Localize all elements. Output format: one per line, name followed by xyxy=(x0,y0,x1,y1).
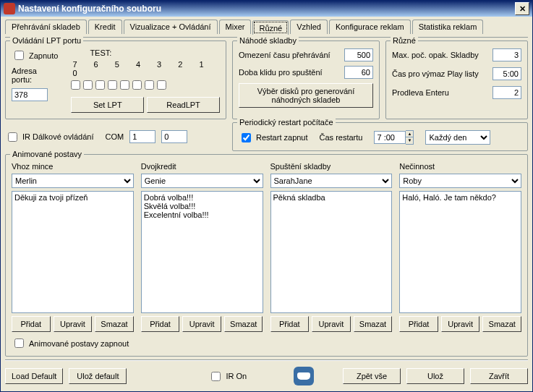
anim-col0-title: Vhoz mince xyxy=(12,162,134,171)
misc-enter-input[interactable] xyxy=(493,86,521,99)
lpt-enabled-checkbox[interactable] xyxy=(14,51,24,60)
tab-playback[interactable]: Přehrávání skladeb xyxy=(5,20,87,34)
anim-col0-add[interactable]: Přidat xyxy=(12,316,51,332)
tab-adstat[interactable]: Statistika reklam xyxy=(412,20,484,34)
lpt-bit-3[interactable] xyxy=(120,80,129,90)
anim-col2-add[interactable]: Přidat xyxy=(270,316,310,332)
lpt-bits-checkboxes xyxy=(71,80,220,90)
lpt-bit-7[interactable] xyxy=(71,80,80,90)
set-lpt-button[interactable]: Set LPT xyxy=(71,97,144,113)
anim-enable[interactable]: Animované postavy zapnout xyxy=(12,336,521,350)
anim-col1-del[interactable]: Smazat xyxy=(224,316,263,332)
title-bar: Nastavení konfiguračního souboru ✕ xyxy=(1,1,532,17)
random-select-disks-button[interactable]: Výběr disků pro generování náhodných skl… xyxy=(239,83,373,108)
ir-on[interactable]: IR On xyxy=(208,370,247,383)
ir-com-label: COM xyxy=(105,132,124,141)
ir-remote-checkbox[interactable] xyxy=(8,132,17,142)
restart-time-input[interactable] xyxy=(374,131,406,144)
anim-col3-del[interactable]: Smazat xyxy=(482,316,521,332)
restart-enabled-checkbox[interactable] xyxy=(242,133,251,142)
load-default-button[interactable]: Load Default xyxy=(5,368,63,384)
lpt-bit-6[interactable] xyxy=(83,80,93,90)
anim-col3-add[interactable]: Přidat xyxy=(399,316,438,332)
restart-time-spinner[interactable]: ▲▼ xyxy=(374,130,414,145)
spin-down-icon[interactable]: ▼ xyxy=(406,137,413,143)
lpt-bit-4[interactable] xyxy=(108,80,117,90)
anim-col2-edit[interactable]: Upravit xyxy=(312,316,351,332)
tab-misc[interactable]: Různé xyxy=(252,20,289,35)
tab-mixer[interactable]: Mixer xyxy=(219,20,252,34)
anim-col2-text[interactable]: Pěkná skladba xyxy=(270,191,393,313)
ir-on-checkbox[interactable] xyxy=(211,372,221,381)
tab-visual[interactable]: Vizualizace + Ovládání xyxy=(124,20,218,34)
app-icon xyxy=(4,3,15,14)
lpt-bits-label: 7 6 5 4 3 2 1 0 xyxy=(72,60,220,77)
anim-col1-add[interactable]: Přidat xyxy=(141,316,180,332)
anim-col2-char[interactable]: SarahJane xyxy=(270,174,393,188)
lpt-enabled[interactable]: Zapnuto xyxy=(12,48,58,62)
ir-irq-input[interactable] xyxy=(161,130,187,143)
anim-col0-char[interactable]: Merlin xyxy=(12,174,134,188)
tab-adcfg[interactable]: Konfigurace reklam xyxy=(329,20,411,34)
lpt-bit-0[interactable] xyxy=(157,80,166,90)
anim-col3-char[interactable]: Roby xyxy=(399,174,521,188)
misc-legend: Různé xyxy=(391,36,418,45)
keyboard-icon xyxy=(294,367,314,385)
lpt-address-label: Adresa portu: xyxy=(12,67,58,84)
random-idle-label: Doba klidu pro spuštění xyxy=(239,68,323,77)
tab-bar: Přehrávání skladeb Kredit Vizualizace + … xyxy=(5,20,528,34)
close-button[interactable]: Zavřít xyxy=(470,368,528,384)
window-title: Nastavení konfiguračního souboru xyxy=(18,4,161,14)
anim-enable-checkbox[interactable] xyxy=(14,338,24,348)
misc-clear-label: Čas pro výmaz Play listy xyxy=(392,69,479,78)
restart-mode-select[interactable]: Každý den xyxy=(425,130,490,145)
anim-col3-title: Nečinnost xyxy=(399,162,521,171)
lpt-bit-5[interactable] xyxy=(95,80,105,90)
anim-col1-char[interactable]: Genie xyxy=(141,174,263,188)
anim-col2-del[interactable]: Smazat xyxy=(354,316,393,332)
lpt-bit-1[interactable] xyxy=(145,80,154,90)
lpt-legend: Ovládání LPT portu xyxy=(10,36,83,45)
lpt-address-input[interactable] xyxy=(12,88,48,101)
restart-legend: Periodický restart počítače xyxy=(237,118,336,127)
revert-all-button[interactable]: Zpět vše xyxy=(343,368,401,384)
anim-col0-edit[interactable]: Upravit xyxy=(54,316,93,332)
read-lpt-button[interactable]: ReadLPT xyxy=(147,97,220,113)
restart-time-label: Čas restartu xyxy=(320,133,363,142)
ir-remote[interactable]: IR Dálkové ovládání xyxy=(5,130,93,144)
random-idle-input[interactable] xyxy=(344,66,373,79)
random-limit-label: Omezení času přehrávání xyxy=(239,51,331,59)
tab-kredit[interactable]: Kredit xyxy=(88,20,122,34)
anim-col1-edit[interactable]: Upravit xyxy=(182,316,221,332)
misc-max-label: Max. poč. opak. Skladby xyxy=(392,51,479,59)
lpt-test-label: TEST: xyxy=(90,48,220,57)
restart-enabled[interactable]: Restart zapnut xyxy=(239,131,308,145)
save-default-button[interactable]: Ulož default xyxy=(69,368,127,384)
tab-look[interactable]: Vzhled xyxy=(290,20,328,34)
misc-enter-label: Prodleva Enteru xyxy=(392,88,449,97)
anim-col3-edit[interactable]: Upravit xyxy=(441,316,480,332)
anim-col0-del[interactable]: Smazat xyxy=(95,316,134,332)
anim-col3-text[interactable]: Haló, Haló. Je tam někdo? xyxy=(399,191,521,313)
anim-col2-title: Spuštění skladby xyxy=(270,162,393,171)
misc-clear-input[interactable] xyxy=(493,67,521,80)
save-button[interactable]: Ulož xyxy=(406,368,464,384)
anim-legend: Animované postavy xyxy=(10,150,84,158)
anim-col1-title: Dvojkredit xyxy=(141,162,263,171)
anim-col1-text[interactable]: Dobrá volba!!! Skvělá volba!!! Excelentn… xyxy=(141,191,263,313)
ir-com-input[interactable] xyxy=(129,130,155,143)
anim-col0-text[interactable]: Děkuji za tvoji přízeň xyxy=(12,191,134,313)
lpt-bit-2[interactable] xyxy=(132,80,142,90)
close-icon[interactable]: ✕ xyxy=(515,2,529,15)
random-legend: Náhodé skladby xyxy=(237,36,299,45)
misc-max-input[interactable] xyxy=(493,48,521,61)
spin-up-icon[interactable]: ▲ xyxy=(406,131,413,137)
random-limit-input[interactable] xyxy=(344,48,373,61)
